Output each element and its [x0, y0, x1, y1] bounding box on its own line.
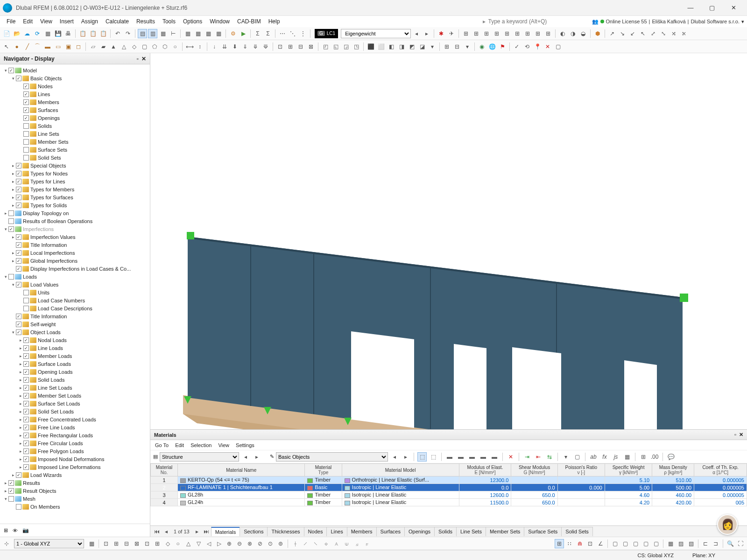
tree-item[interactable]: Surfaces	[0, 106, 150, 114]
sel3-icon[interactable]: ◲	[341, 42, 351, 51]
table-tab[interactable]: Surfaces	[376, 527, 405, 536]
menu-file[interactable]: File	[3, 17, 19, 26]
mat-close-icon[interactable]: ✕	[739, 432, 743, 438]
snap-l-icon[interactable]: ▷	[214, 539, 224, 548]
delete-icon[interactable]: ✕	[506, 452, 515, 462]
expand-icon[interactable]: ▸	[10, 162, 16, 169]
wp4-icon[interactable]: ▢	[641, 539, 650, 548]
view-solid-icon[interactable]: ▤	[138, 29, 147, 38]
tree-item[interactable]: Solids	[0, 122, 150, 130]
load3-icon[interactable]: ⬇	[230, 42, 240, 51]
tree-item[interactable]: Nodes	[0, 82, 150, 90]
basic-objects-select[interactable]: Basic Objects	[276, 452, 388, 462]
expand-icon[interactable]: ▸	[18, 344, 23, 352]
zoom-in-icon[interactable]: 🔍	[726, 539, 735, 548]
panel-close-icon[interactable]: ✕	[141, 56, 146, 62]
tree-item[interactable]: ▾Loads	[0, 273, 150, 280]
expand-icon[interactable]: ▸	[18, 376, 23, 384]
tree-checkbox[interactable]	[23, 361, 29, 367]
tree-item[interactable]: ▸Types for Solids	[0, 201, 150, 209]
load2-icon[interactable]: ⇊	[220, 42, 229, 51]
filter1-icon[interactable]: ⋯	[278, 29, 287, 38]
arrow2-icon[interactable]: ↘	[618, 29, 627, 38]
tree-item[interactable]: ▸Display Topology on	[0, 209, 150, 217]
panel-pin-icon[interactable]: ▫	[137, 56, 139, 62]
col-header[interactable]: Shear ModulusG [N/mm²]	[511, 464, 557, 476]
snap-e-icon[interactable]: ⊡	[142, 539, 152, 548]
tree-item[interactable]: ▸Local Imperfections	[0, 249, 150, 257]
tree-checkbox[interactable]	[16, 250, 21, 256]
tree-item[interactable]: Title Information	[0, 241, 150, 249]
materials-table[interactable]: MaterialNo.Material NameMaterialTypeMate…	[150, 463, 747, 525]
table-tab[interactable]: Member Sets	[486, 527, 524, 536]
view-wire-icon[interactable]: ▥	[148, 29, 157, 38]
expand-icon[interactable]: ▸	[10, 178, 16, 185]
col-header[interactable]: Coeff. of Th. Exp.α [1/°C]	[694, 464, 747, 476]
dim2-icon[interactable]: ↕	[195, 42, 204, 51]
expand-icon[interactable]: ▾	[3, 67, 8, 74]
coord-select[interactable]: 1 - Global XYZ	[14, 539, 84, 548]
lc-next-icon[interactable]: ▸	[422, 29, 431, 38]
fn-fx-icon[interactable]: fx	[600, 452, 609, 462]
snap-o-icon[interactable]: ⊗	[245, 539, 254, 548]
expand-icon[interactable]: ▾	[3, 495, 8, 503]
tree-checkbox[interactable]	[23, 115, 29, 121]
expand-icon[interactable]: ▸	[10, 233, 16, 241]
shape4-icon[interactable]: △	[119, 42, 128, 51]
open-icon[interactable]: 📂	[12, 29, 21, 38]
tree-item[interactable]: ▸Free Rectangular Loads	[0, 431, 150, 439]
tree-checkbox[interactable]	[23, 131, 29, 137]
minimize-button[interactable]: —	[680, 1, 701, 14]
snap-d-icon[interactable]: ⊠	[132, 539, 141, 548]
export-icon[interactable]: ⇤	[534, 452, 543, 462]
mat-menu-settings[interactable]: Settings	[236, 442, 254, 448]
tree-item[interactable]: Lines	[0, 90, 150, 98]
undo-icon[interactable]: ↶	[113, 29, 122, 38]
expand-icon[interactable]: ▸	[10, 186, 16, 193]
snap-r-icon[interactable]: ⊚	[276, 539, 285, 548]
tree-checkbox[interactable]	[23, 337, 29, 343]
tree-checkbox[interactable]	[23, 107, 29, 113]
redo-icon[interactable]: ↷	[123, 29, 133, 38]
arrow5-icon[interactable]: ⤢	[648, 29, 658, 38]
snap-q-icon[interactable]: ⊙	[266, 539, 275, 548]
exchange-icon[interactable]: ⇆	[545, 452, 554, 462]
tree-item[interactable]: ▾Imperfections	[0, 225, 150, 233]
tree-checkbox[interactable]	[16, 504, 21, 510]
vm2-icon[interactable]: ▨	[676, 539, 685, 548]
tool-c-icon[interactable]: ◒	[578, 29, 588, 38]
expand-icon[interactable]: ▸	[3, 210, 8, 217]
expand-icon[interactable]: ▸	[10, 194, 16, 201]
tree-checkbox[interactable]	[16, 266, 21, 272]
arrow3-icon[interactable]: ↙	[628, 29, 637, 38]
snap3-icon[interactable]: ⊟	[296, 42, 305, 51]
tree-checkbox[interactable]	[23, 298, 29, 303]
tree-checkbox[interactable]	[23, 345, 29, 351]
table-row[interactable]: 4 GL24h Timber Isotropic | Linear Elasti…	[151, 499, 747, 506]
color-icon[interactable]: ◉	[477, 42, 486, 51]
expand-icon[interactable]: ▸	[3, 487, 8, 495]
node-icon[interactable]: ●	[12, 42, 21, 51]
tree-item[interactable]: ▸Imperfection Values	[0, 233, 150, 241]
menu-calculate[interactable]: Calculate	[102, 17, 133, 26]
shape5-icon[interactable]: ◇	[129, 42, 139, 51]
col-header[interactable]: Poisson's Ratioν [-]	[557, 464, 605, 476]
tree-item[interactable]: ▸Free Line Loads	[0, 423, 150, 431]
table-tab[interactable]: Members	[347, 527, 377, 536]
tool-b-icon[interactable]: ◑	[568, 29, 578, 38]
shape2-icon[interactable]: ▰	[99, 42, 108, 51]
ortho2-icon[interactable]: ⊡	[585, 539, 595, 548]
tree-checkbox[interactable]	[8, 68, 14, 73]
snap-n-icon[interactable]: ⊖	[235, 539, 244, 548]
tree-item[interactable]: ▸Results	[0, 479, 150, 487]
expand-icon[interactable]: ▸	[18, 408, 23, 415]
angles-icon[interactable]: ∠	[596, 539, 605, 548]
iso4-icon[interactable]: ◨	[397, 42, 406, 51]
table-tab[interactable]: Nodes	[304, 527, 327, 536]
osnap6-icon[interactable]: ⟒	[342, 539, 351, 548]
cursor-icon[interactable]: ↖	[2, 42, 11, 51]
load4-icon[interactable]: ⇓	[240, 42, 250, 51]
line-icon[interactable]: ╱	[22, 42, 32, 51]
iso3-icon[interactable]: ◧	[387, 42, 396, 51]
tree-checkbox[interactable]	[16, 329, 21, 335]
